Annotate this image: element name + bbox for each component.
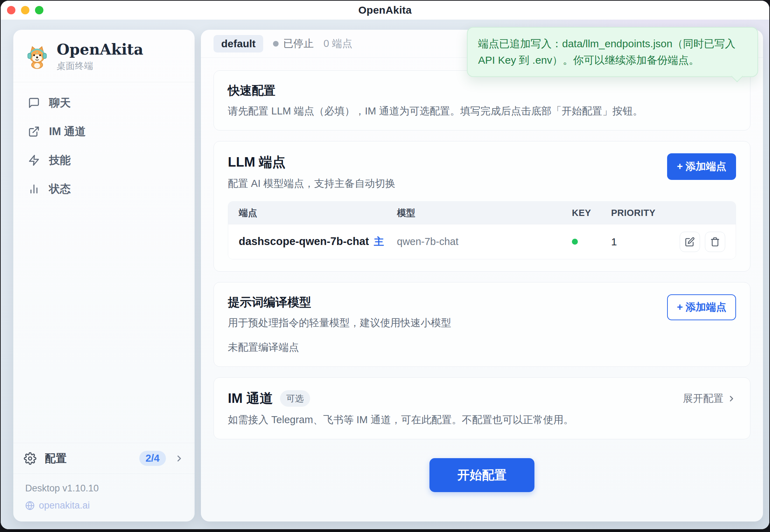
sidebar-item-status[interactable]: 状态 <box>22 177 186 201</box>
profile-badge[interactable]: default <box>214 35 263 52</box>
sidebar-item-label: 技能 <box>49 153 71 168</box>
bar-chart-icon <box>28 183 40 195</box>
compile-model-description: 用于预处理指令的轻量模型，建议使用快速小模型 <box>228 316 451 330</box>
app-window: OpenAkita <box>1 1 769 529</box>
endpoint-name: dashscope-qwen-7b-chat <box>239 235 369 247</box>
quick-setup-card: 快速配置 请先配置 LLM 端点（必填），IM 通道为可选配置。填写完成后点击底… <box>214 70 750 131</box>
llm-endpoints-title: LLM 端点 <box>228 153 396 171</box>
sidebar-footer: Desktop v1.10.10 openakita.ai <box>13 474 195 522</box>
optional-badge: 可选 <box>280 390 310 407</box>
status-text: 已停止 <box>283 37 314 51</box>
add-endpoint-button[interactable]: + 添加端点 <box>667 153 736 180</box>
delete-endpoint-button[interactable] <box>705 232 725 252</box>
website-link[interactable]: openakita.ai <box>25 500 183 511</box>
edit-icon <box>685 237 695 247</box>
config-progress-badge: 2/4 <box>139 451 166 466</box>
im-channels-title: IM 通道 <box>228 390 273 407</box>
toast-notification: 端点已追加写入：data/llm_endpoints.json（同时已写入 AP… <box>467 27 758 77</box>
llm-endpoints-description: 配置 AI 模型端点，支持主备自动切换 <box>228 177 396 191</box>
llm-endpoints-card: LLM 端点 配置 AI 模型端点，支持主备自动切换 + 添加端点 端点 模型 … <box>214 141 750 272</box>
compile-model-title: 提示词编译模型 <box>228 294 451 310</box>
table-row: dashscope-qwen-7b-chat主 qwen-7b-chat 1 <box>228 224 736 259</box>
chat-icon <box>28 97 40 109</box>
main-body: 快速配置 请先配置 LLM 端点（必填），IM 通道为可选配置。填写完成后点击底… <box>201 58 763 505</box>
app-subtitle: 桌面终端 <box>57 60 143 72</box>
start-config-button[interactable]: 开始配置 <box>429 458 534 492</box>
sidebar-item-config[interactable]: 配置 2/4 <box>13 443 195 474</box>
add-compile-endpoint-button[interactable]: + 添加端点 <box>667 294 736 320</box>
app-logo-row: OpenAkita 桌面终端 <box>13 30 195 82</box>
sidebar-item-im-channels[interactable]: IM 通道 <box>22 119 186 144</box>
endpoints-table: 端点 模型 KEY PRIORITY dashscope-qwen-7b-cha… <box>228 201 736 259</box>
chevron-right-icon <box>174 454 184 463</box>
quick-setup-title: 快速配置 <box>228 83 736 99</box>
compile-model-card: 提示词编译模型 用于预处理指令的轻量模型，建议使用快速小模型 + 添加端点 未配… <box>214 282 750 367</box>
app-name: OpenAkita <box>57 42 143 58</box>
agent-status: 已停止 <box>273 37 314 51</box>
quick-setup-description: 请先配置 LLM 端点（必填），IM 通道为可选配置。填写完成后点击底部「开始配… <box>228 104 736 118</box>
gear-icon <box>24 452 36 465</box>
primary-tag: 主 <box>374 236 384 247</box>
external-link-icon <box>28 126 40 138</box>
main-panel: default 已停止 0 端点 快速配置 请先配置 LLM 端点（必填），IM… <box>201 30 763 522</box>
workspace: OpenAkita 桌面终端 聊天 IM 通道 技能 <box>1 20 769 529</box>
im-channels-description: 如需接入 Telegram、飞书等 IM 通道，可在此配置。不配置也可以正常使用… <box>228 413 736 427</box>
zap-icon <box>28 154 40 166</box>
table-header-row: 端点 模型 KEY PRIORITY <box>228 202 736 224</box>
endpoint-model: qwen-7b-chat <box>397 236 572 247</box>
website-url: openakita.ai <box>39 500 90 511</box>
toast-message: 端点已追加写入：data/llm_endpoints.json（同时已写入 AP… <box>478 38 735 66</box>
sidebar-item-label: IM 通道 <box>49 124 86 139</box>
im-channels-card: IM 通道 可选 展开配置 如需接入 Telegram、飞书等 IM 通道，可在… <box>214 377 750 439</box>
column-header-priority: PRIORITY <box>611 208 725 218</box>
column-header-model: 模型 <box>397 207 572 219</box>
config-label: 配置 <box>45 451 66 466</box>
edit-endpoint-button[interactable] <box>680 232 700 252</box>
sidebar: OpenAkita 桌面终端 聊天 IM 通道 技能 <box>13 30 195 522</box>
globe-icon <box>25 501 35 510</box>
expand-config-label: 展开配置 <box>683 392 723 406</box>
endpoint-count: 0 端点 <box>323 37 352 51</box>
app-version: Desktop v1.10.10 <box>25 483 183 494</box>
sidebar-item-label: 聊天 <box>49 96 71 110</box>
sidebar-nav: 聊天 IM 通道 技能 状态 <box>13 82 195 210</box>
trash-icon <box>710 237 720 247</box>
sidebar-item-label: 状态 <box>49 182 71 196</box>
endpoint-priority: 1 <box>611 236 680 248</box>
sidebar-spacer <box>13 210 195 443</box>
window-title: OpenAkita <box>1 4 769 16</box>
compile-model-empty-text: 未配置编译端点 <box>228 341 736 355</box>
titlebar[interactable]: OpenAkita <box>1 1 769 20</box>
akita-mascot-logo <box>25 45 49 69</box>
chevron-right-icon <box>727 394 736 403</box>
status-dot-icon <box>273 41 279 47</box>
column-header-key: KEY <box>572 208 611 218</box>
sidebar-item-chat[interactable]: 聊天 <box>22 91 186 115</box>
column-header-endpoint: 端点 <box>239 207 397 219</box>
expand-config-link[interactable]: 展开配置 <box>683 392 736 406</box>
sidebar-item-skills[interactable]: 技能 <box>22 148 186 173</box>
key-status-dot-icon <box>572 239 578 245</box>
